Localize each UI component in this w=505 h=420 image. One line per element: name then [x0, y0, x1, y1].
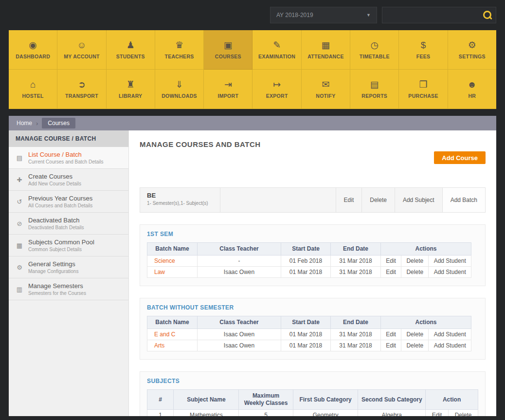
nav-tile-students[interactable]: ♟ STUDENTS [107, 30, 155, 70]
add-student-link[interactable]: Add Student [428, 340, 471, 351]
nav-tile-label: TRANSPORT [65, 93, 98, 99]
subject-name-cell: Mathematics [174, 410, 239, 417]
row-number-cell: 1 [147, 410, 174, 417]
course-add-subject-button[interactable]: Add Subject [395, 188, 442, 212]
course-name: BE [147, 192, 213, 199]
nav-tile-transport[interactable]: ➲ TRANSPORT [57, 70, 106, 109]
section-title: SUBJECTS [147, 378, 478, 384]
nav-tile-label: FEES [416, 54, 431, 59]
main-panel: MANAGE COURSES AND BATCH Add Course BE 1… [129, 130, 496, 416]
course-delete-button[interactable]: Delete [361, 188, 395, 212]
edit-link[interactable]: Edit [381, 329, 401, 340]
sidebar-item-subtitle: Semesters for the Courses [28, 291, 86, 296]
batch-name-link[interactable]: Law [147, 267, 198, 278]
history-icon: ↺ [16, 198, 23, 205]
nav-tile-notify[interactable]: ✉ NOTIFY [302, 70, 350, 109]
sidebar-item-deactivated-batch[interactable]: ⊘ Deactivated Batch Deactivated Batch De… [9, 213, 128, 235]
edit-link[interactable]: Edit [426, 410, 448, 416]
fees-money-icon: $ [421, 40, 426, 50]
sidebar-item-subjects-common-pool[interactable]: ▦ Subjects Common Pool Common Subject De… [9, 235, 128, 256]
section-batch-without-semester: BATCH WITHOUT SEMESTER Batch Name Class … [140, 298, 486, 360]
teachers-icon: ♛ [175, 40, 183, 50]
add-student-link[interactable]: Add Student [428, 267, 471, 277]
delete-link[interactable]: Delete [401, 340, 428, 351]
edit-link[interactable]: Edit [381, 340, 401, 351]
course-summary: 1- Semester(s),1- Subject(s) [147, 201, 213, 206]
academic-year-value: AY 2018-2019 [276, 12, 313, 18]
add-student-link[interactable]: Add Student [428, 256, 471, 266]
start-date-cell: 01 Feb 2018 [281, 256, 331, 267]
chevron-down-icon: ▼ [366, 13, 371, 18]
sidebar-item-list-course-batch[interactable]: ▤ List Course / Batch Current Courses an… [9, 147, 128, 169]
top-bar: AY 2018-2019 ▼ [0, 0, 505, 30]
sidebar-item-previous-year-courses[interactable]: ↺ Previous Year Courses All Courses and … [9, 191, 128, 213]
nav-tile-library[interactable]: ♜ LIBRARY [107, 70, 155, 109]
nav-tile-my-account[interactable]: ☺ MY ACCOUNT [57, 30, 106, 70]
nav-tile-teachers[interactable]: ♛ TEACHERS [155, 30, 204, 70]
nav-tile-timetable[interactable]: ◷ TIMETABLE [350, 30, 399, 70]
nav-tile-courses[interactable]: ▣ COURSES [204, 30, 252, 70]
section-title: BATCH WITHOUT SEMESTER [147, 304, 478, 311]
delete-link[interactable]: Delete [401, 329, 428, 340]
students-icon: ♟ [126, 40, 135, 50]
nav-tile-downloads[interactable]: ⇓ DOWNLOADS [155, 70, 204, 109]
column-header: # [147, 390, 174, 410]
sidebar-item-title: Subjects Common Pool [28, 238, 94, 246]
sidebar-item-general-settings[interactable]: ⚙ General Settings Manage Configurations [9, 256, 128, 278]
sidebar-item-subtitle: Add New Course Details [28, 181, 81, 186]
nav-tile-hr[interactable]: ☻ HR [448, 70, 496, 109]
edit-link[interactable]: Edit [381, 267, 401, 277]
delete-link[interactable]: Delete [401, 267, 428, 277]
start-date-cell: 01 Mar 2018 [281, 267, 331, 278]
sidebar-item-title: Manage Semesters [28, 282, 86, 290]
nav-tile-purchase[interactable]: ❒ PURCHASE [399, 70, 448, 109]
class-teacher-cell: Isaac Owen [198, 329, 281, 340]
column-header: Actions [381, 243, 471, 256]
course-info: BE 1- Semester(s),1- Subject(s) [140, 188, 220, 212]
nav-tile-attendance[interactable]: ▦ ATTENDANCE [302, 30, 350, 70]
search-icon[interactable] [482, 10, 493, 20]
add-course-button[interactable]: Add Course [434, 151, 486, 164]
attendance-calendar-icon: ▦ [321, 40, 330, 50]
nav-tile-dashboard[interactable]: ◉ DASHBOARD [9, 30, 57, 70]
hr-person-icon: ☻ [467, 80, 477, 90]
nav-tile-export[interactable]: ↦ EXPORT [252, 70, 301, 109]
breadcrumb-home-link[interactable]: Home [17, 120, 32, 127]
actions-cell: Edit Delete [426, 410, 478, 417]
delete-link[interactable]: Delete [448, 410, 478, 416]
actions-cell: Edit Delete Add Student [381, 340, 471, 351]
class-teacher-cell: Isaac Owen [198, 340, 281, 351]
search-input[interactable] [382, 7, 482, 23]
content-area: MANAGE COURSE / BATCH ▤ List Course / Ba… [9, 130, 496, 416]
sidebar-item-create-courses[interactable]: ✚ Create Courses Add New Course Details [9, 169, 128, 191]
breadcrumb-current[interactable]: Courses [42, 118, 75, 128]
course-edit-button[interactable]: Edit [336, 188, 362, 212]
nav-tile-fees[interactable]: $ FEES [399, 30, 448, 70]
column-header: First Sub Category [293, 390, 358, 410]
course-add-batch-button[interactable]: Add Batch [442, 188, 485, 212]
batch-name-link[interactable]: Science [147, 256, 198, 267]
batch-name-link[interactable]: Arts [147, 340, 198, 351]
nav-tile-label: STUDENTS [116, 54, 145, 59]
second-sub-category-cell: Algebra [358, 410, 426, 417]
main-nav: ◉ DASHBOARD ☺ MY ACCOUNT ♟ STUDENTS ♛ TE… [9, 30, 496, 109]
nav-tile-label: TEACHERS [164, 54, 194, 59]
nav-tile-hostel[interactable]: ⌂ HOSTEL [9, 70, 57, 109]
sidebar-item-manage-semesters[interactable]: ▥ Manage Semesters Semesters for the Cou… [9, 278, 128, 300]
section-first-sem: 1ST SEM Batch Name Class Teacher Start D… [140, 224, 486, 286]
edit-link[interactable]: Edit [381, 256, 401, 266]
delete-link[interactable]: Delete [401, 256, 428, 266]
section-subjects: SUBJECTS # Subject Name Maximum Weekly C… [140, 371, 486, 416]
add-student-link[interactable]: Add Student [428, 329, 471, 340]
column-header: Second Sub Category [358, 390, 426, 410]
nav-tile-import[interactable]: ⇥ IMPORT [204, 70, 252, 109]
start-date-cell: 01 Mar 2018 [281, 340, 331, 351]
nav-tile-settings[interactable]: ⚙ SETTINGS [448, 30, 496, 70]
academic-year-select[interactable]: AY 2018-2019 ▼ [270, 7, 377, 23]
notify-chat-icon: ✉ [322, 80, 329, 90]
first-sub-category-cell: Geometry [293, 410, 358, 417]
batch-name-link[interactable]: E and C [147, 329, 198, 340]
batch-without-semester-table: Batch Name Class Teacher Start Date End … [147, 316, 471, 351]
nav-tile-examination[interactable]: ✎ EXAMINATION [252, 30, 301, 70]
nav-tile-reports[interactable]: ▤ REPORTS [350, 70, 399, 109]
